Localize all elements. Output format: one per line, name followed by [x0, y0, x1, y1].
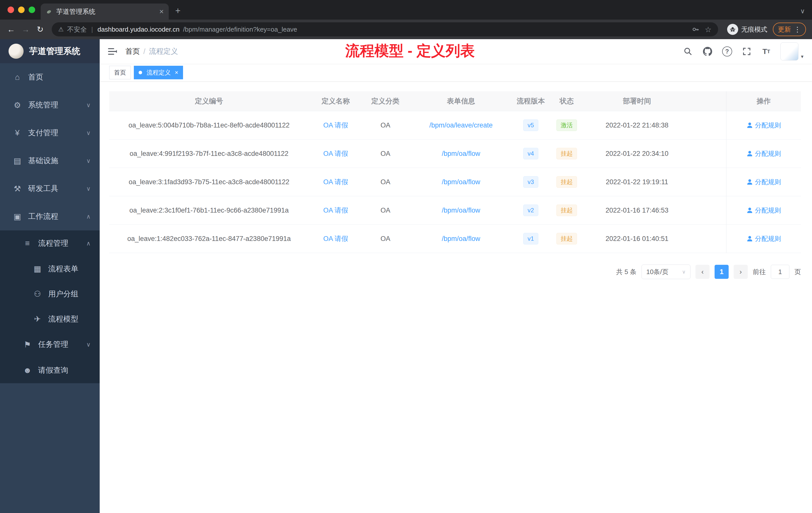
cell-deploy-time: 2022-01-16 17:46:53	[585, 196, 689, 224]
paper-plane-icon: ✈	[31, 314, 44, 324]
bookmark-star-icon[interactable]: ☆	[705, 25, 712, 34]
cell-definition-name[interactable]: OA 请假	[309, 168, 362, 196]
cell-definition-id: oa_leave:2:3c1f0ef1-76b1-11ec-9c66-a2380…	[109, 196, 309, 224]
screen: 芋道管理系统 × + ∨ ← → ↻ ⚠ 不安全 | dashboard.yud…	[0, 0, 812, 513]
github-icon[interactable]	[702, 46, 713, 57]
back-button[interactable]: ←	[4, 23, 18, 36]
forward-button[interactable]: →	[19, 23, 32, 36]
user-avatar-dropdown[interactable]: ▾	[780, 42, 804, 60]
window-close-button[interactable]	[7, 6, 14, 13]
window-zoom-button[interactable]	[29, 6, 35, 13]
logo-title: 芋道管理系统	[29, 46, 80, 57]
assign-rule-link[interactable]: 分配规则	[747, 206, 781, 215]
sidebar-logo[interactable]: 芋道管理系统	[0, 39, 100, 63]
sidebar-menu: ⌂ 首页 ⚙ 系统管理 ∨ ¥ 支付管理 ∨ ▤ 基础设施 ∨	[0, 63, 100, 513]
cell-definition-name[interactable]: OA 请假	[309, 140, 362, 168]
cell-definition-category: OA	[362, 140, 408, 168]
password-key-icon[interactable]	[692, 26, 699, 33]
chrome-update-button[interactable]: 更新 ⋮	[773, 23, 806, 36]
cell-form-link[interactable]: /bpm/oa/flow	[408, 140, 514, 168]
incognito-badge: 无痕模式	[727, 24, 767, 35]
page-size-select[interactable]: 10条/页 ∨	[641, 265, 691, 279]
tag-home[interactable]: 首页	[109, 66, 131, 79]
goto-page-input[interactable]	[771, 265, 789, 279]
chevron-down-icon: ∨	[86, 157, 91, 164]
cell-deploy-time: 2022-01-22 21:48:38	[585, 111, 689, 139]
new-tab-button[interactable]: +	[175, 5, 180, 16]
cell-form-link[interactable]: /bpm/oa/flow	[408, 224, 514, 253]
col-actions: 操作	[726, 91, 801, 111]
cell-version: v1	[514, 224, 548, 253]
tag-close-icon[interactable]: ×	[175, 69, 178, 76]
status-badge: 挂起	[556, 148, 577, 159]
assign-rule-link[interactable]: 分配规则	[747, 178, 781, 186]
tab-close-icon[interactable]: ×	[159, 7, 164, 16]
assign-rule-link[interactable]: 分配规则	[747, 149, 781, 158]
sidebar-item-payment-management[interactable]: ¥ 支付管理 ∨	[0, 119, 100, 147]
tab-search-icon[interactable]: ∨	[800, 7, 812, 20]
sidebar-item-infrastructure[interactable]: ▤ 基础设施 ∨	[0, 147, 100, 175]
fullscreen-icon[interactable]	[741, 46, 752, 57]
window-minimize-button[interactable]	[18, 6, 25, 13]
form-icon: ▦	[31, 264, 44, 274]
address-bar[interactable]: ⚠ 不安全 | dashboard.yudao.iocoder.cn/bpm/m…	[52, 22, 718, 36]
chevron-down-icon: ∨	[86, 129, 91, 137]
security-warning-icon: ⚠	[58, 26, 64, 33]
update-label: 更新	[778, 25, 791, 34]
sidebar-item-process-management[interactable]: ≡ 流程管理 ∧	[0, 231, 100, 256]
tag-process-definition[interactable]: 流程定义 ×	[134, 66, 183, 79]
cell-form-link[interactable]: /bpm/oa/flow	[408, 168, 514, 196]
cell-definition-name[interactable]: OA 请假	[309, 196, 362, 224]
sidebar: 芋道管理系统 ⌂ 首页 ⚙ 系统管理 ∨ ¥ 支付管理 ∨ ▤	[0, 39, 100, 513]
next-page-button[interactable]: ›	[734, 265, 748, 279]
sidebar-item-process-model[interactable]: ✈ 流程模型	[0, 306, 100, 332]
cell-form-link[interactable]: /bpm/oa/leave/create	[408, 111, 514, 139]
home-icon: ⌂	[11, 72, 24, 82]
cell-deploy-time: 2022-01-22 20:34:10	[585, 140, 689, 168]
table-row: oa_leave:5:004b710b-7b8a-11ec-8ef0-acde4…	[109, 111, 801, 140]
reload-button[interactable]: ↻	[34, 23, 47, 36]
col-filler	[689, 91, 726, 111]
cell-deploy-time: 2022-01-16 01:40:51	[585, 224, 689, 253]
sidebar-item-dev-tools[interactable]: ⚒ 研发工具 ∨	[0, 175, 100, 203]
cell-actions: 分配规则	[726, 140, 801, 168]
browser-tabstrip: 芋道管理系统 × + ∨	[0, 0, 812, 20]
cell-definition-name[interactable]: OA 请假	[309, 224, 362, 253]
sidebar-item-user-group[interactable]: ⚇ 用户分组	[0, 281, 100, 306]
security-label[interactable]: 不安全	[67, 25, 87, 34]
pagination-total: 共 5 条	[616, 268, 637, 276]
assign-rule-link[interactable]: 分配规则	[747, 234, 781, 243]
page-number-button[interactable]: 1	[715, 265, 729, 279]
sidebar-item-system-management[interactable]: ⚙ 系统管理 ∨	[0, 91, 100, 119]
sidebar-item-home[interactable]: ⌂ 首页	[0, 63, 100, 91]
assign-rule-link[interactable]: 分配规则	[747, 121, 781, 130]
avatar[interactable]	[780, 42, 799, 60]
cell-deploy-time: 2022-01-22 19:19:11	[585, 168, 689, 196]
col-form-info: 表单信息	[408, 91, 514, 111]
sidebar-toggle-button[interactable]	[100, 48, 125, 56]
col-process-version: 流程版本	[514, 91, 548, 111]
page-title: 流程模型 - 定义列表	[345, 41, 475, 61]
sidebar-item-workflow[interactable]: ▣ 工作流程 ∧	[0, 203, 100, 231]
breadcrumb-home[interactable]: 首页	[125, 47, 140, 57]
sidebar-item-task-management[interactable]: ⚑ 任务管理 ∨	[0, 332, 100, 357]
cell-actions: 分配规则	[726, 196, 801, 224]
sidebar-item-process-form[interactable]: ▦ 流程表单	[0, 256, 100, 281]
prev-page-button[interactable]: ‹	[696, 265, 709, 279]
cell-form-link[interactable]: /bpm/oa/flow	[408, 196, 514, 224]
help-icon[interactable]: ?	[722, 46, 733, 57]
favicon	[46, 8, 52, 15]
col-definition-category: 定义分类	[362, 91, 408, 111]
font-size-icon[interactable]: TT	[761, 46, 772, 57]
window-controls	[0, 6, 41, 13]
col-status: 状态	[548, 91, 585, 111]
cell-actions: 分配规则	[726, 224, 801, 253]
search-icon[interactable]	[683, 46, 694, 57]
incognito-label: 无痕模式	[741, 25, 767, 34]
sidebar-item-leave-query[interactable]: ☻ 请假查询	[0, 357, 100, 383]
table-row: oa_leave:4:991f2193-7b7f-11ec-a3c8-acde4…	[109, 140, 801, 168]
browser-tab[interactable]: 芋道管理系统 ×	[41, 3, 169, 20]
infrastructure-icon: ▤	[11, 156, 24, 165]
browser-menu-icon[interactable]: ⋮	[794, 25, 801, 34]
cell-definition-name[interactable]: OA 请假	[309, 111, 362, 139]
